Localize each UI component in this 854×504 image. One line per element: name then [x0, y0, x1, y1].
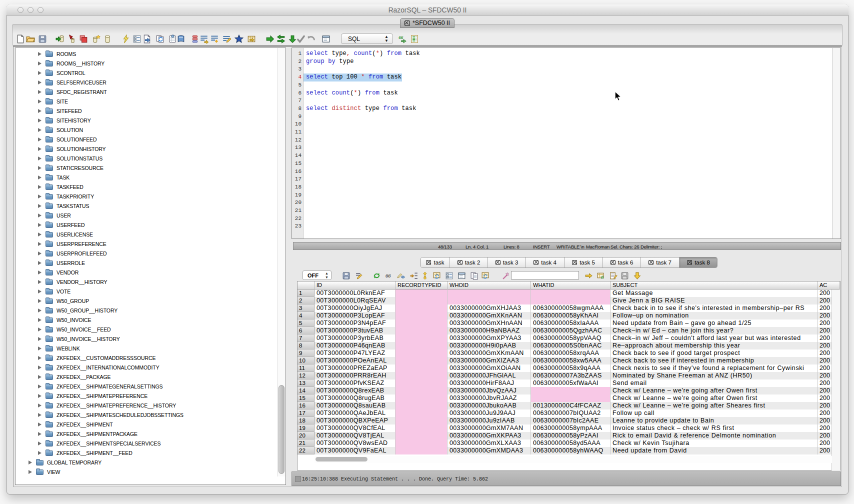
svg-text:66: 66: [398, 35, 404, 40]
svg-text:66: 66: [386, 273, 391, 278]
